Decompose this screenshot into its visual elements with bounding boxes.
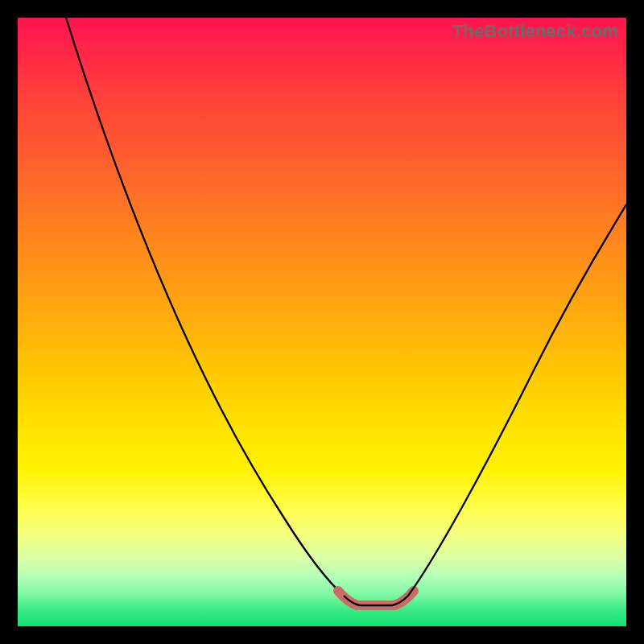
curve-right-limb <box>408 204 626 596</box>
chart-frame: TheBottleneck.com <box>0 0 644 644</box>
curve-left-limb <box>66 18 344 596</box>
valley-highlight <box>338 591 414 605</box>
plot-area: TheBottleneck.com <box>18 18 626 626</box>
curve-layer <box>18 18 626 626</box>
